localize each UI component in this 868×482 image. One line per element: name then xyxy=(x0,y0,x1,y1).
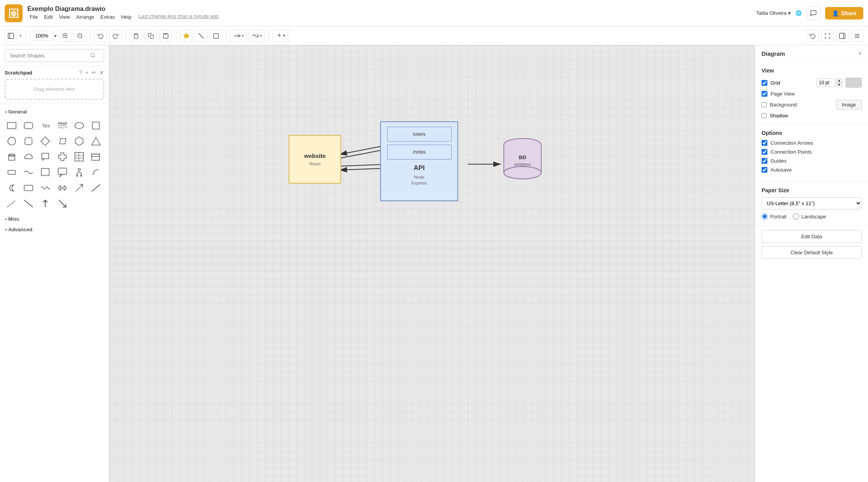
shape-triangle[interactable] xyxy=(89,134,103,148)
shape-diamond[interactable] xyxy=(38,134,52,148)
chevron-sidebar-icon[interactable]: ▾ xyxy=(19,33,22,38)
panel-close-button[interactable]: × xyxy=(858,50,862,57)
scratchpad-help-icon[interactable]: ? xyxy=(79,69,82,76)
shape-box[interactable] xyxy=(89,150,103,164)
menu-edit[interactable]: Edit xyxy=(42,13,55,21)
waypoint-button[interactable]: ▾ xyxy=(249,30,265,42)
shape-squiggle[interactable] xyxy=(38,181,52,195)
panel-toggle-button[interactable] xyxy=(836,30,849,42)
general-section-header[interactable]: General xyxy=(0,106,109,117)
border-button[interactable] xyxy=(210,30,222,42)
globe-icon[interactable]: 🌐 xyxy=(795,10,802,16)
grid-color-swatch[interactable] xyxy=(845,78,862,88)
connection-arrows-checkbox[interactable] xyxy=(762,140,767,146)
background-checkbox[interactable] xyxy=(762,102,767,107)
zoom-out-button[interactable] xyxy=(74,30,86,42)
scratchpad-close-icon[interactable]: ✕ xyxy=(99,69,104,76)
grid-checkbox[interactable] xyxy=(762,80,767,86)
shape-text[interactable]: Text xyxy=(38,119,52,133)
paste-button[interactable] xyxy=(159,30,172,42)
menu-help[interactable]: Help xyxy=(119,13,134,21)
advanced-section-header[interactable]: Advanced xyxy=(0,224,109,235)
menu-file[interactable]: File xyxy=(27,13,40,21)
shape-rectangle[interactable] xyxy=(5,119,19,133)
undo-button[interactable] xyxy=(94,30,107,42)
shape-hexagon[interactable] xyxy=(72,134,86,148)
shape-rounded-rect[interactable] xyxy=(21,119,35,133)
edit-data-button[interactable]: Edit Data xyxy=(762,230,862,243)
connector-type-button[interactable]: ▾ xyxy=(230,30,246,42)
fullscreen-button[interactable] xyxy=(821,30,834,42)
misc-section-header[interactable]: Misc xyxy=(0,214,109,224)
copy-button[interactable] xyxy=(145,30,157,42)
background-image-button[interactable]: Image xyxy=(836,100,862,110)
shape-person[interactable] xyxy=(72,165,86,179)
line-color-button[interactable] xyxy=(195,30,207,42)
shape-cylinder[interactable] xyxy=(5,150,19,164)
shape-crescent[interactable] xyxy=(5,181,19,195)
comments-button[interactable] xyxy=(806,6,820,20)
shape-cloud[interactable] xyxy=(21,150,35,164)
shadow-checkbox[interactable] xyxy=(762,113,767,118)
menu-view[interactable]: View xyxy=(57,13,72,21)
shape-document[interactable] xyxy=(38,165,52,179)
portrait-radio[interactable] xyxy=(762,213,768,220)
portrait-option[interactable]: Portrait xyxy=(762,213,787,220)
fill-color-button[interactable] xyxy=(180,30,193,42)
delete-button[interactable] xyxy=(130,30,142,42)
shape-wave[interactable] xyxy=(21,165,35,179)
zoom-in-button[interactable] xyxy=(59,30,71,42)
shape-line-dashed[interactable] xyxy=(5,197,19,211)
autosave-checkbox[interactable] xyxy=(762,167,767,173)
canvas[interactable]: website React /users /notes API Node Exp… xyxy=(109,45,755,482)
shape-line-solid[interactable] xyxy=(89,181,103,195)
paper-size-select[interactable]: US-Letter (8,5" x 11") A4 (210 x 297mm) … xyxy=(762,197,862,209)
shape-tape[interactable] xyxy=(5,165,19,179)
shape-diagonal-arrow[interactable] xyxy=(72,181,86,195)
menu-extras[interactable]: Extras xyxy=(98,13,117,21)
add-shape-button[interactable]: + ▾ xyxy=(273,30,290,42)
db-node[interactable]: BD postgres xyxy=(501,135,544,183)
scratchpad-edit-icon[interactable]: ✏ xyxy=(92,69,96,76)
shape-two-arrows[interactable] xyxy=(55,181,69,195)
shape-arrow-up[interactable] xyxy=(38,197,52,211)
users-endpoint-node[interactable]: /users xyxy=(387,127,452,142)
scratchpad-add-icon[interactable]: + xyxy=(85,69,89,76)
clear-style-button[interactable]: Clear Default Style xyxy=(762,246,862,259)
pt-down-button[interactable]: ▼ xyxy=(836,83,842,87)
search-input[interactable] xyxy=(5,49,104,62)
app-logo[interactable] xyxy=(5,4,23,22)
shape-table[interactable] xyxy=(72,150,86,164)
collapse-all-button[interactable] xyxy=(851,30,863,42)
grid-pt-input[interactable] xyxy=(817,78,835,87)
guides-checkbox[interactable] xyxy=(762,158,767,164)
shape-ellipse[interactable] xyxy=(72,119,86,133)
shape-speech-bubble[interactable] xyxy=(38,150,52,164)
shape-cross[interactable] xyxy=(55,150,69,164)
menu-arrange[interactable]: Arrange xyxy=(74,13,96,21)
api-group-node[interactable]: /users /notes API Node Express xyxy=(380,121,458,201)
shape-line-diagonal2[interactable] xyxy=(21,197,35,211)
connection-points-checkbox[interactable] xyxy=(762,149,767,155)
share-button[interactable]: 👤 Share xyxy=(825,7,863,19)
landscape-radio[interactable] xyxy=(793,213,799,220)
shape-heading[interactable]: Headbody text xyxy=(55,119,69,133)
zoom-value[interactable]: 100% xyxy=(30,31,53,41)
redo-button[interactable] xyxy=(109,30,122,42)
drag-drop-area[interactable]: Drag elements here xyxy=(5,79,104,100)
shape-square[interactable] xyxy=(89,119,103,133)
shape-arc[interactable] xyxy=(89,165,103,179)
shape-circle[interactable] xyxy=(5,134,19,148)
chevron-down-icon[interactable]: ▾ xyxy=(788,10,791,16)
notes-endpoint-node[interactable]: /notes xyxy=(387,145,452,159)
shape-rounded-box[interactable] xyxy=(21,181,35,195)
website-node[interactable]: website React xyxy=(289,135,341,184)
page-view-checkbox[interactable] xyxy=(762,91,767,97)
shape-rounded-square[interactable] xyxy=(21,134,35,148)
refresh-button[interactable] xyxy=(806,30,819,42)
shape-arrow-diagonal[interactable] xyxy=(55,197,69,211)
pt-up-button[interactable]: ▲ xyxy=(836,78,842,83)
shape-parallelogram[interactable] xyxy=(55,134,69,148)
sidebar-toggle-button[interactable] xyxy=(5,30,17,42)
zoom-dropdown-icon[interactable]: ▾ xyxy=(54,33,57,39)
